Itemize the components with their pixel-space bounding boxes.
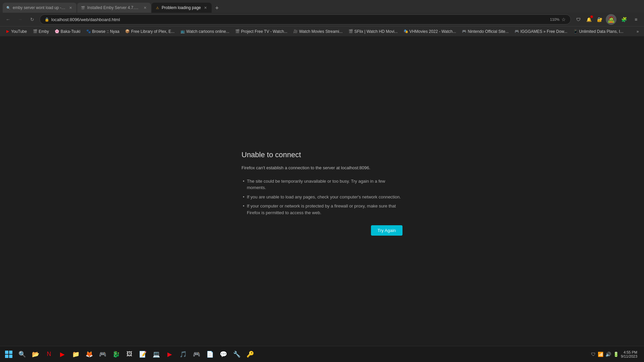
browser-avatar[interactable]: 🧟	[606, 14, 616, 25]
try-again-button[interactable]: Try Again	[371, 225, 402, 236]
shield-ext-icon[interactable]: 🛡	[574, 15, 583, 24]
bookmark-plex-label: Free Library of Plex, E...	[131, 29, 174, 34]
bookmark-cartoons-icon: 📺	[180, 29, 185, 34]
bookmark-emby-label: Emby	[39, 29, 49, 34]
error-list: The site could be temporarily unavailabl…	[241, 177, 402, 218]
clock-date: 9/11/2023	[621, 354, 637, 358]
bookmark-nyaa[interactable]: 🐾 Browse :: Nyaa	[84, 28, 122, 35]
taskbar-fileexplorer[interactable]: 📂	[30, 348, 42, 360]
ext-icon-1[interactable]: 🔐	[595, 15, 604, 24]
taskbar-photos[interactable]: 🖼	[123, 348, 136, 360]
error-bullet-3: If your computer or network is protected…	[241, 201, 402, 217]
tray-battery[interactable]: 🔋	[613, 352, 619, 357]
tab3-favicon: ⚠	[155, 5, 160, 10]
bookmark-baka-label: Baka-Tsuki	[61, 29, 80, 34]
back-button[interactable]: ←	[3, 15, 13, 24]
taskbar-messenger[interactable]: 💬	[217, 348, 229, 360]
bookmark-nyaa-icon: 🐾	[87, 29, 91, 34]
reload-button[interactable]: ↻	[28, 15, 37, 24]
tab1-close[interactable]: ✕	[68, 5, 73, 10]
forward-button[interactable]: →	[15, 15, 25, 24]
error-container: Unable to connect Firefox can't establis…	[235, 144, 409, 242]
bookmark-nintendo[interactable]: 🎮 Nintendo Official Site...	[460, 28, 512, 35]
tray-shield[interactable]: 🛡	[591, 352, 596, 357]
tab2-close[interactable]: ✕	[142, 5, 148, 10]
bookmark-nintendo-label: Nintendo Official Site...	[468, 29, 509, 34]
bookmark-projectfree[interactable]: 🎬 Project Free TV - Watch...	[233, 28, 290, 35]
taskbar-app5[interactable]: 🎵	[177, 348, 189, 360]
bookmark-emby[interactable]: 🎬 Emby	[30, 28, 52, 35]
taskbar-app1[interactable]: 🎮	[97, 348, 109, 360]
extensions-button[interactable]: 🧩	[619, 15, 629, 24]
tray-network[interactable]: 📶	[598, 352, 603, 357]
tab1-label: emby server wont load up - Go...	[13, 5, 66, 10]
bookmark-sflix[interactable]: 🎬 SFlix | Watch HD Movi...	[346, 28, 400, 35]
new-tab-button[interactable]: +	[212, 3, 222, 13]
system-clock[interactable]: 4:55 PM 9/11/2023	[621, 350, 637, 358]
bookmark-unlimited-label: Unlimited Data Plans, I...	[579, 29, 623, 34]
taskbar-firefox[interactable]: 🦊	[83, 348, 95, 360]
tab3-close[interactable]: ✕	[203, 5, 208, 10]
tab2-favicon: 🎬	[80, 5, 85, 10]
bookmark-vhmovies[interactable]: 🎭 VHMovies 2022 - Watch...	[401, 28, 459, 35]
bookmark-youtube-label: YouTube	[11, 29, 27, 34]
bookmarks-overflow-button[interactable]: »	[634, 28, 641, 35]
bookmark-plex[interactable]: 📦 Free Library of Plex, E...	[123, 28, 177, 35]
browser-tab-2[interactable]: 🎬 Installed Emby Server 4.7.14.0... ✕	[77, 3, 151, 13]
toolbar: ← → ↻ 🔒 localhost:8096/web/dashboard.htm…	[0, 13, 644, 26]
page-content: Unable to connect Firefox can't establis…	[0, 36, 644, 350]
address-text: localhost:8096/web/dashboard.html	[51, 17, 548, 22]
bookmark-unlimited-icon: 📱	[573, 29, 578, 34]
taskbar-files[interactable]: 📄	[204, 348, 216, 360]
taskbar-netflix[interactable]: N	[43, 348, 55, 360]
taskbar-app7[interactable]: 🔑	[244, 348, 256, 360]
notification-ext-icon[interactable]: 🔔	[584, 15, 594, 24]
bookmark-youtube[interactable]: ▶ YouTube	[3, 28, 30, 35]
browser-tab-3[interactable]: ⚠ Problem loading page ✕	[152, 3, 212, 13]
bookmark-cartoons[interactable]: 📺 Watch cartoons online...	[178, 28, 232, 35]
clock-time: 4:55 PM	[624, 350, 637, 354]
taskbar-app2[interactable]: 🐉	[110, 348, 122, 360]
bookmark-baka-icon: 🌸	[55, 29, 59, 34]
bookmark-cartoons-label: Watch cartoons online...	[186, 29, 229, 34]
address-bar[interactable]: 🔒 localhost:8096/web/dashboard.html 110%…	[40, 14, 571, 24]
bookmark-plex-icon: 📦	[125, 29, 130, 34]
taskbar-media[interactable]: ▶	[164, 348, 176, 360]
tab1-favicon: 🔍	[6, 5, 11, 10]
bookmark-igggames-icon: 🎮	[515, 29, 519, 34]
bookmark-emby-icon: 🎬	[33, 29, 37, 34]
bookmark-nyaa-label: Browse :: Nyaa	[92, 29, 119, 34]
system-tray: 🛡 📶 🔊 🔋 4:55 PM 9/11/2023	[588, 350, 641, 358]
start-button[interactable]	[3, 348, 15, 360]
bookmark-star-button[interactable]: ☆	[561, 17, 566, 22]
browser-chrome: 🔍 emby server wont load up - Go... ✕ 🎬 I…	[0, 0, 644, 36]
bookmark-youtube-icon: ▶	[5, 29, 10, 34]
error-subtitle: Firefox can't establish a connection to …	[241, 165, 402, 171]
taskbar-folder[interactable]: 📁	[70, 348, 82, 360]
taskbar-search[interactable]: 🔍	[16, 348, 28, 360]
taskbar-switch[interactable]: 🎮	[191, 348, 203, 360]
bookmark-watchmovies[interactable]: 🎥 Watch Movies Streami...	[291, 28, 345, 35]
browser-tab-1[interactable]: 🔍 emby server wont load up - Go... ✕	[3, 3, 76, 13]
taskbar-terminal[interactable]: 💻	[150, 348, 162, 360]
zoom-badge: 110%	[550, 17, 559, 21]
browser-menu-button[interactable]: ≡	[631, 15, 641, 24]
bookmark-vhmovies-icon: 🎭	[404, 29, 408, 34]
taskbar-app6[interactable]: 🔧	[231, 348, 243, 360]
tab2-label: Installed Emby Server 4.7.14.0...	[87, 5, 140, 10]
bookmarks-bar: ▶ YouTube 🎬 Emby 🌸 Baka-Tsuki 🐾 Browse :…	[0, 26, 644, 36]
bookmark-igggames[interactable]: 🎮 IGGGAMES » Free Dow...	[512, 28, 570, 35]
bookmark-sflix-label: SFlix | Watch HD Movi...	[354, 29, 397, 34]
tray-volume[interactable]: 🔊	[605, 352, 611, 357]
bookmark-projectfree-label: Project Free TV - Watch...	[241, 29, 287, 34]
bookmark-projectfree-icon: 🎬	[235, 29, 240, 34]
taskbar-youtube[interactable]: ▶	[56, 348, 68, 360]
tab3-label: Problem loading page	[162, 5, 201, 10]
ext-notification-badge	[590, 15, 593, 18]
bookmark-watchmovies-label: Watch Movies Streami...	[299, 29, 343, 34]
bookmark-unlimited[interactable]: 📱 Unlimited Data Plans, I...	[571, 28, 626, 35]
taskbar-notepad[interactable]: 📝	[137, 348, 149, 360]
bookmark-baka[interactable]: 🌸 Baka-Tsuki	[52, 28, 83, 35]
error-bullet-2: If you are unable to load any pages, che…	[241, 192, 402, 202]
bookmark-watchmovies-icon: 🎥	[293, 29, 298, 34]
